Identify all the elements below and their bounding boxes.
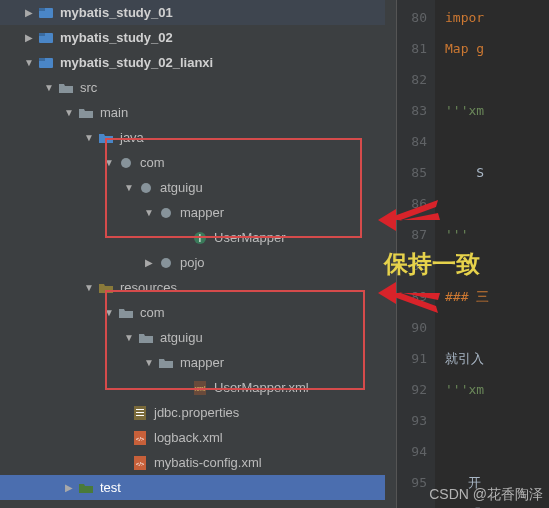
tree-item[interactable]: ▶target: [0, 500, 385, 508]
folder-icon: [78, 105, 94, 121]
expand-arrow-icon[interactable]: ▼: [22, 57, 36, 68]
annotation-arrow-2: [378, 278, 448, 318]
tree-item[interactable]: ▶mybatis_study_02: [0, 25, 385, 50]
tree-item[interactable]: ▶mybatis_study_01: [0, 0, 385, 25]
code-line[interactable]: [435, 312, 549, 343]
svg-point-7: [141, 183, 151, 193]
tree-item-label: jdbc.properties: [154, 405, 239, 420]
code-line[interactable]: [435, 188, 549, 219]
expand-arrow-icon[interactable]: ▼: [142, 207, 156, 218]
line-number: 93: [397, 405, 427, 436]
expand-arrow-icon[interactable]: ▶: [22, 7, 36, 18]
svg-text:</>: </>: [136, 436, 145, 442]
expand-arrow-icon[interactable]: ▼: [82, 282, 96, 293]
expand-arrow-icon[interactable]: ▼: [122, 182, 136, 193]
line-number: 84: [397, 126, 427, 157]
tree-item-label: atguigu: [160, 180, 203, 195]
package-icon: [158, 205, 174, 221]
tree-item-label: com: [140, 305, 165, 320]
tree-item[interactable]: ▼mapper: [0, 200, 385, 225]
code-line[interactable]: 就引入: [435, 343, 549, 374]
expand-arrow-icon[interactable]: ▼: [82, 132, 96, 143]
code-line[interactable]: [435, 405, 549, 436]
expand-arrow-icon[interactable]: ▶: [62, 482, 76, 493]
code-line[interactable]: [435, 126, 549, 157]
line-number: 81: [397, 33, 427, 64]
module-icon: [38, 30, 54, 46]
tree-item-label: com: [140, 155, 165, 170]
line-number: 80: [397, 2, 427, 33]
line-number: 92: [397, 374, 427, 405]
expand-arrow-icon[interactable]: ▶: [142, 257, 156, 268]
folder-icon: [138, 330, 154, 346]
tree-item[interactable]: ▼atguigu: [0, 175, 385, 200]
tree-item-label: logback.xml: [154, 430, 223, 445]
code-line[interactable]: ### 三: [435, 281, 549, 312]
tree-item[interactable]: IUserMapper: [0, 225, 385, 250]
tree-item-label: pojo: [180, 255, 205, 270]
folder-icon: [58, 505, 74, 509]
tree-item[interactable]: ▼com: [0, 300, 385, 325]
tree-item[interactable]: ▶test: [0, 475, 385, 500]
svg-text:I: I: [199, 233, 202, 244]
line-number: 96: [397, 498, 427, 508]
tree-item[interactable]: ▼main: [0, 100, 385, 125]
tree-item-label: atguigu: [160, 330, 203, 345]
tree-item-label: src: [80, 80, 97, 95]
test-folder-icon: [78, 480, 94, 496]
expand-arrow-icon[interactable]: ▼: [122, 332, 136, 343]
interface-icon: I: [192, 230, 208, 246]
tree-item[interactable]: ▼atguigu: [0, 325, 385, 350]
svg-text:xml: xml: [195, 385, 206, 392]
expand-arrow-icon[interactable]: ▼: [102, 157, 116, 168]
line-number: 94: [397, 436, 427, 467]
expand-arrow-icon[interactable]: ▼: [102, 307, 116, 318]
code-line[interactable]: '''xm: [435, 95, 549, 126]
line-number: 82: [397, 64, 427, 95]
svg-marker-23: [378, 209, 396, 231]
line-number: 83: [397, 95, 427, 126]
line-number: 85: [397, 157, 427, 188]
tree-item[interactable]: </>logback.xml: [0, 425, 385, 450]
expand-arrow-icon[interactable]: ▼: [62, 107, 76, 118]
tree-item[interactable]: jdbc.properties: [0, 400, 385, 425]
svg-rect-16: [136, 412, 144, 413]
xml-config-icon: </>: [132, 455, 148, 471]
expand-arrow-icon[interactable]: ▶: [22, 32, 36, 43]
source-folder-icon: [98, 130, 114, 146]
project-tree[interactable]: ▶mybatis_study_01▶mybatis_study_02▼mybat…: [0, 0, 385, 508]
code-line[interactable]: [435, 64, 549, 95]
package-icon: [158, 255, 174, 271]
tree-item-label: mybatis_study_02_lianxi: [60, 55, 213, 70]
tree-item[interactable]: ▶pojo: [0, 250, 385, 275]
tree-item[interactable]: ▼mapper: [0, 350, 385, 375]
tree-item[interactable]: ▼java: [0, 125, 385, 150]
tree-item-label: mybatis-config.xml: [154, 455, 262, 470]
line-number: 91: [397, 343, 427, 374]
svg-rect-5: [39, 58, 45, 61]
tree-item[interactable]: xmlUserMapper.xml: [0, 375, 385, 400]
code-line[interactable]: Map g: [435, 33, 549, 64]
svg-rect-3: [39, 33, 45, 36]
tree-item[interactable]: ▼mybatis_study_02_lianxi: [0, 50, 385, 75]
tree-item-label: mybatis_study_01: [60, 5, 173, 20]
tree-item-label: main: [100, 105, 128, 120]
svg-point-11: [161, 258, 171, 268]
svg-rect-15: [136, 409, 144, 410]
tree-item-label: resources: [120, 280, 177, 295]
expand-arrow-icon[interactable]: ▼: [142, 357, 156, 368]
tree-item[interactable]: </>mybatis-config.xml: [0, 450, 385, 475]
tree-item[interactable]: ▼com: [0, 150, 385, 175]
expand-arrow-icon[interactable]: ▼: [42, 82, 56, 93]
code-line[interactable]: [435, 436, 549, 467]
tree-item[interactable]: ▼resources: [0, 275, 385, 300]
code-line[interactable]: impor: [435, 2, 549, 33]
module-icon: [38, 55, 54, 71]
code-line[interactable]: '''xm: [435, 374, 549, 405]
tree-item-label: mapper: [180, 355, 224, 370]
svg-text:</>: </>: [136, 461, 145, 467]
module-icon: [38, 5, 54, 21]
code-line[interactable]: ''': [435, 219, 549, 250]
code-line[interactable]: S: [435, 157, 549, 188]
tree-item[interactable]: ▼src: [0, 75, 385, 100]
